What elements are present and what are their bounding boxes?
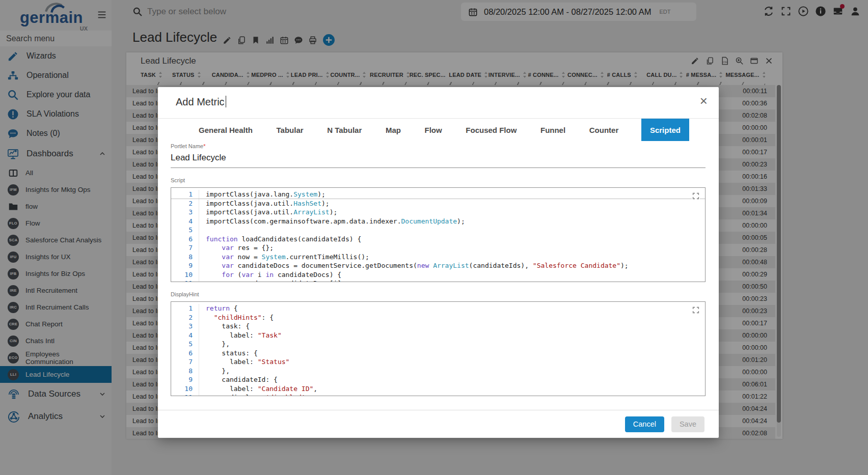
code-text: label: "Candidate ID", <box>199 384 705 394</box>
tab-n-tabular[interactable]: N Tabular <box>326 119 363 141</box>
code-line: 4importClass(com.germainsoftware.apm.dat… <box>171 217 705 226</box>
code-text: candidateId: { <box>199 375 705 384</box>
close-icon[interactable]: × <box>700 94 708 107</box>
code-line: 2importClass(java.util.HashSet); <box>171 199 705 208</box>
code-text: status: { <box>199 349 705 358</box>
code-text: var now = System.currentTimeMillis(); <box>199 253 705 262</box>
portlet-name-field[interactable]: Lead Lifecycle <box>171 149 706 168</box>
line-number: 4 <box>171 217 199 226</box>
displayhint-label: DisplayHint <box>171 291 706 297</box>
code-text: importClass(com.germainsoftware.apm.data… <box>199 217 705 226</box>
tab-tabular[interactable]: Tabular <box>276 119 305 141</box>
code-line: 6 status: { <box>171 349 705 358</box>
code-text: "childHints": { <box>199 313 705 322</box>
cancel-button[interactable]: Cancel <box>625 416 664 432</box>
code-line: 4 label: "Task" <box>171 331 705 340</box>
tab-funnel[interactable]: Funnel <box>539 119 566 141</box>
line-number: 1 <box>171 304 199 313</box>
code-text: display: 'disabled' <box>199 393 705 396</box>
line-number: 11 <box>171 279 199 282</box>
line-number: 11 <box>171 393 199 396</box>
line-number: 3 <box>171 208 199 217</box>
tab-counter[interactable]: Counter <box>588 119 620 141</box>
code-text: importClass(java.util.ArrayList); <box>199 208 705 217</box>
line-number: 9 <box>171 261 199 270</box>
code-line: 10 for (var i in candidateDocs) { <box>171 270 705 280</box>
code-line: 10 label: "Candidate ID", <box>171 384 705 394</box>
line-number: 6 <box>171 349 199 358</box>
line-number: 10 <box>171 270 199 280</box>
code-line: 5 <box>171 226 705 235</box>
code-line: 9 var candidateDocs = documentService.ge… <box>171 261 705 270</box>
code-line: 1importClass(java.lang.System); <box>171 190 705 199</box>
code-text: return { <box>199 304 705 313</box>
modal-title[interactable]: Add Metric <box>176 96 226 108</box>
modal-footer: Cancel Save <box>158 410 719 438</box>
code-text: }, <box>199 340 705 349</box>
code-text: label: "Status" <box>199 357 705 367</box>
code-line: 9 candidateId: { <box>171 375 705 384</box>
code-text <box>199 226 705 235</box>
line-number: 9 <box>171 375 199 384</box>
code-line: 3importClass(java.util.ArrayList); <box>171 208 705 217</box>
script-editor[interactable]: 1importClass(java.lang.System);2importCl… <box>171 187 706 282</box>
line-number: 4 <box>171 331 199 340</box>
line-number: 7 <box>171 357 199 367</box>
tab-general-health[interactable]: General Health <box>198 119 254 141</box>
line-number: 8 <box>171 367 199 376</box>
code-text: label: "Task" <box>199 331 705 340</box>
code-line: 11 display: 'disabled' <box>171 393 705 396</box>
code-line: 6function loadCandidates(candidateIds) { <box>171 235 705 244</box>
displayhint-editor[interactable]: 1return {2 "childHints": {3 task: {4 lab… <box>171 301 706 396</box>
code-line: 7 label: "Status" <box>171 357 705 367</box>
tab-scripted[interactable]: Scripted <box>641 119 689 141</box>
code-text: importClass(java.util.HashSet); <box>199 199 705 208</box>
code-text: var doc = candidateDocs[i]; <box>199 279 705 282</box>
line-number: 8 <box>171 253 199 262</box>
code-line: 2 "childHints": { <box>171 313 705 322</box>
code-text: task: { <box>199 322 705 331</box>
tab-focused-flow[interactable]: Focused Flow <box>465 119 518 141</box>
line-number: 6 <box>171 235 199 244</box>
tab-flow[interactable]: Flow <box>424 119 443 141</box>
line-number: 10 <box>171 384 199 394</box>
expand-icon[interactable] <box>692 306 700 314</box>
add-metric-modal: Add Metric × General HealthTabularN Tabu… <box>158 87 719 438</box>
code-text: var candidateDocs = documentService.getD… <box>199 261 705 270</box>
code-line: 7 var res = {}; <box>171 243 705 253</box>
code-text: importClass(java.lang.System); <box>199 190 705 199</box>
code-text: function loadCandidates(candidateIds) { <box>199 235 705 244</box>
save-button[interactable]: Save <box>671 416 704 432</box>
line-number: 3 <box>171 322 199 331</box>
expand-icon[interactable] <box>692 192 700 200</box>
script-label: Script <box>171 177 706 183</box>
line-number: 7 <box>171 243 199 253</box>
metric-type-tabs: General HealthTabularN TabularMapFlowFoc… <box>158 119 719 141</box>
code-text: var res = {}; <box>199 243 705 253</box>
code-line: 5 }, <box>171 340 705 349</box>
required-mark: * <box>203 143 205 149</box>
modal-body: Portlet Name* Lead Lifecycle Script 1imp… <box>171 141 706 396</box>
code-text: }, <box>199 367 705 376</box>
line-number: 5 <box>171 226 199 235</box>
line-number: 2 <box>171 199 199 208</box>
code-line: 1return { <box>171 304 705 313</box>
modal-header: Add Metric × <box>158 87 719 119</box>
text-caret <box>226 96 226 107</box>
code-text: for (var i in candidateDocs) { <box>199 270 705 280</box>
tab-map[interactable]: Map <box>385 119 402 141</box>
portlet-name-label: Portlet Name* <box>171 143 706 149</box>
line-number: 1 <box>171 190 199 199</box>
code-line: 8 var now = System.currentTimeMillis(); <box>171 253 705 262</box>
line-number: 5 <box>171 340 199 349</box>
code-line: 3 task: { <box>171 322 705 331</box>
code-line: 8 }, <box>171 367 705 376</box>
code-line: 11 var doc = candidateDocs[i]; <box>171 279 705 282</box>
line-number: 2 <box>171 313 199 322</box>
